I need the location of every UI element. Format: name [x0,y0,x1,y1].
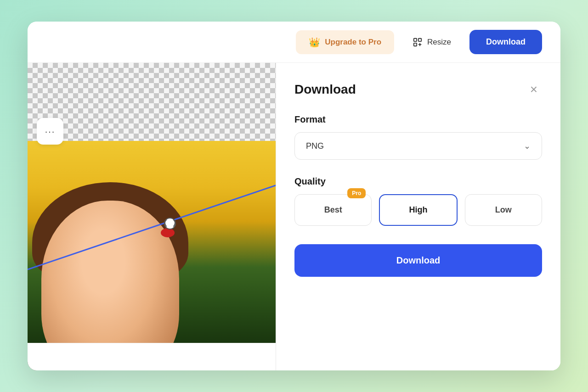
quality-option-best[interactable]: Pro Best [294,194,372,226]
format-section: Format PNG ⌄ [294,114,542,160]
more-options-button[interactable]: ··· [37,118,63,145]
resize-button[interactable]: Resize [401,31,462,54]
resize-icon [413,37,423,47]
girl-portrait [32,182,188,370]
close-icon: × [530,82,537,97]
modal-header: Download × [294,81,542,98]
resize-label: Resize [427,38,451,47]
chevron-down-icon: ⌄ [524,141,531,151]
download-modal-label: Download [396,255,441,265]
svg-rect-0 [414,38,417,41]
format-value: PNG [306,141,324,151]
quality-high-label: High [409,205,427,214]
quality-low-label: Low [495,205,512,214]
format-label: Format [294,114,542,125]
upgrade-label: Upgrade to Pro [325,38,381,47]
quality-option-high[interactable]: High [379,194,457,226]
modal-close-button[interactable]: × [526,81,542,98]
quality-best-label: Best [324,205,342,214]
quality-options-group: Pro Best High Low [294,194,542,226]
quality-section: Quality Pro Best High Low [294,176,542,226]
toolbar: 👑 Upgrade to Pro Resize Download [28,22,560,63]
more-options-icon: ··· [45,126,56,137]
format-dropdown[interactable]: PNG ⌄ [294,132,542,160]
upgrade-to-pro-button[interactable]: 👑 Upgrade to Pro [296,30,394,54]
photo-image [28,141,299,370]
girl-bow [161,228,175,237]
download-modal: Download × Format PNG ⌄ Quality [276,63,560,370]
crown-icon: 👑 [309,37,320,48]
download-header-label: Download [486,37,526,46]
modal-title: Download [294,82,356,97]
svg-rect-2 [414,43,417,45]
photo-canvas[interactable] [28,63,299,370]
download-modal-button[interactable]: Download [294,244,542,277]
quality-label: Quality [294,176,542,187]
app-window: 👑 Upgrade to Pro Resize Download ··· [28,22,560,370]
quality-option-low[interactable]: Low [465,194,542,226]
canvas-area: ··· [28,63,560,370]
download-header-button[interactable]: Download [469,30,542,54]
svg-rect-1 [418,38,421,41]
pro-badge: Pro [347,188,366,198]
